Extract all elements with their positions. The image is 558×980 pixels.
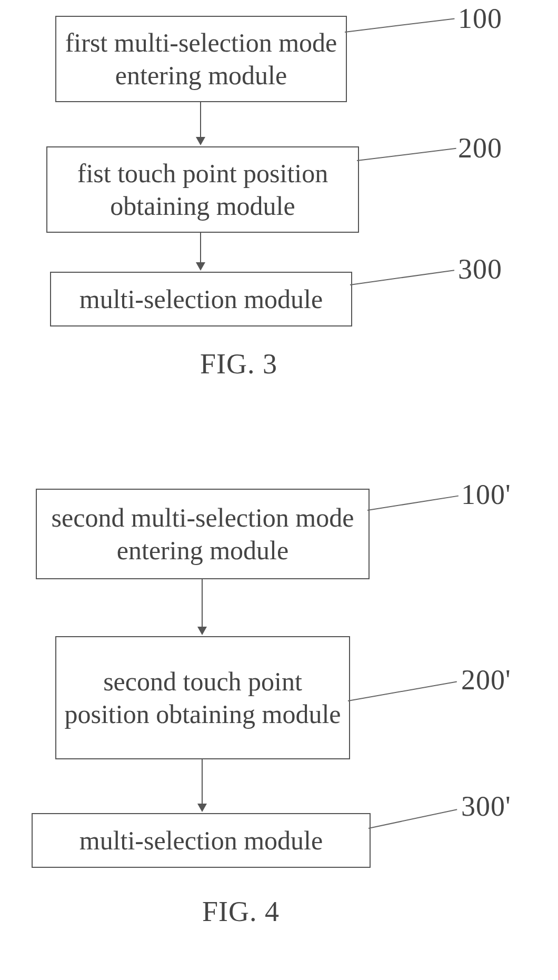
fig3-arrowhead-100-200 [196, 137, 205, 145]
fig3-box-100: first multi-selection mode entering modu… [55, 16, 347, 102]
fig4-arrowhead-200p-300p [197, 804, 207, 812]
fig4-box-200p-text: second touch point position obtaining mo… [56, 662, 349, 734]
fig4-box-100p-text: second multi-selection mode entering mod… [37, 498, 368, 570]
fig3-leader-200 [357, 148, 456, 161]
fig3-ref-100: 100 [458, 2, 502, 35]
fig3-ref-200: 200 [458, 132, 502, 164]
fig4-box-100p: second multi-selection mode entering mod… [36, 489, 370, 579]
fig4-arrowhead-100p-200p [197, 627, 207, 635]
fig3-box-300-text: multi-selection module [74, 280, 328, 319]
fig4-ref-300p: 300' [461, 790, 511, 823]
fig3-connector-100-200 [200, 101, 201, 138]
fig4-leader-200p [348, 681, 457, 701]
fig3-connector-200-300 [200, 232, 201, 263]
fig4-leader-100p [367, 496, 459, 511]
fig3-box-200-text: fist touch point position obtaining modu… [47, 154, 358, 226]
fig4-caption: FIG. 4 [202, 895, 280, 928]
fig4-ref-100p: 100' [461, 478, 511, 511]
fig4-box-200p: second touch point position obtaining mo… [55, 636, 350, 759]
fig4-box-300p-text: multi-selection module [74, 821, 328, 860]
fig3-box-200: fist touch point position obtaining modu… [46, 146, 359, 233]
fig3-box-300: multi-selection module [50, 272, 352, 326]
fig3-box-100-text: first multi-selection mode entering modu… [56, 23, 346, 95]
page: first multi-selection mode entering modu… [0, 0, 558, 980]
fig4-connector-200p-300p [202, 758, 203, 805]
fig4-box-300p: multi-selection module [32, 813, 371, 868]
fig4-ref-200p: 200' [461, 664, 511, 696]
fig4-connector-100p-200p [202, 578, 203, 628]
fig3-arrowhead-200-300 [196, 262, 205, 271]
fig3-leader-300 [350, 270, 454, 285]
fig3-caption: FIG. 3 [200, 348, 277, 380]
fig3-leader-100 [345, 18, 455, 33]
fig3-ref-300: 300 [458, 253, 502, 285]
fig4-leader-300p [368, 809, 457, 829]
